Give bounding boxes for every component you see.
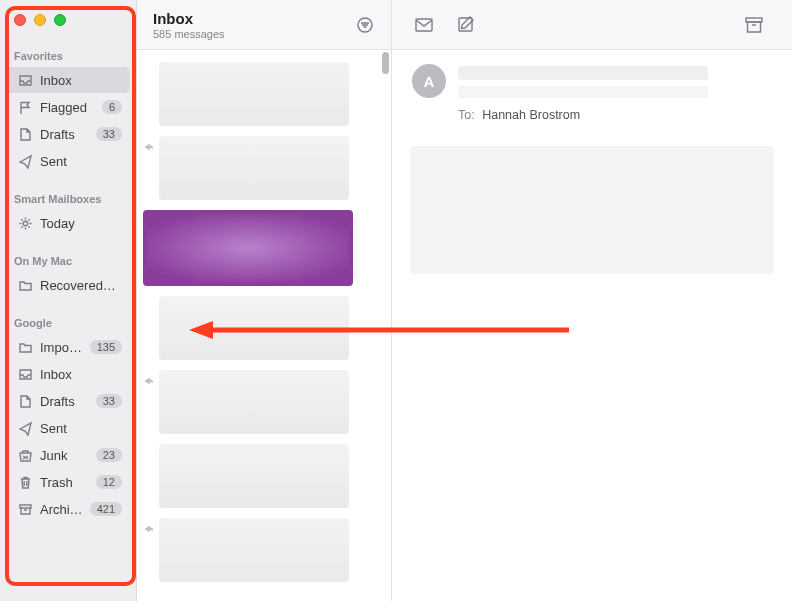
to-line: To: Hannah Brostrom [458, 108, 772, 122]
sidebar-item-sent[interactable]: Sent [6, 148, 130, 174]
sidebar-section-header: Favorites [0, 26, 136, 66]
archive-icon [16, 502, 34, 517]
envelope-icon [414, 15, 434, 35]
sidebar-item-inbox[interactable]: Inbox [6, 361, 130, 387]
count-badge: 12 [96, 475, 122, 489]
sidebar-item-drafts[interactable]: Drafts33 [6, 121, 130, 147]
sidebar-item-archi[interactable]: Archi…421 [6, 496, 130, 522]
sidebar-item-impo[interactable]: Impo…135 [6, 334, 130, 360]
sidebar-section-header: Smart Mailboxes [0, 175, 136, 209]
reading-pane: A To: Hannah Brostrom [392, 0, 792, 601]
sidebar-item-label: Today [40, 216, 122, 231]
sidebar-item-label: Sent [40, 421, 122, 436]
message-item[interactable] [159, 370, 349, 434]
compose-button[interactable] [448, 10, 484, 40]
count-badge: 23 [96, 448, 122, 462]
plane-icon [16, 421, 34, 436]
sidebar-item-label: Trash [40, 475, 96, 490]
to-value: Hannah Brostrom [482, 108, 580, 122]
sidebar-item-label: Inbox [40, 367, 122, 382]
close-window-button[interactable] [14, 14, 26, 26]
sidebar-item-label: Sent [40, 154, 122, 169]
sidebar-item-label: Drafts [40, 127, 96, 142]
folder-icon [16, 340, 34, 355]
sidebar-section-header: Google [0, 299, 136, 333]
replied-icon [141, 522, 155, 536]
count-badge: 135 [90, 340, 122, 354]
sidebar-item-label: Impo… [40, 340, 90, 355]
folder-icon [16, 278, 34, 293]
subject-redacted [458, 86, 708, 98]
avatar: A [412, 64, 446, 98]
window-controls [0, 0, 136, 26]
mailbox-title: Inbox [153, 10, 225, 27]
count-badge: 33 [96, 127, 122, 141]
sidebar-item-label: Archi… [40, 502, 90, 517]
count-badge: 6 [102, 100, 122, 114]
sidebar-item-flagged[interactable]: Flagged6 [6, 94, 130, 120]
message-item[interactable] [143, 210, 353, 286]
sidebar-item-label: Junk [40, 448, 96, 463]
mailbox-subtitle: 585 messages [153, 28, 225, 40]
archive-button[interactable] [736, 10, 772, 40]
message-item[interactable] [159, 444, 349, 508]
message-item[interactable] [159, 296, 349, 360]
zoom-window-button[interactable] [54, 14, 66, 26]
count-badge: 421 [90, 502, 122, 516]
tray-icon [16, 367, 34, 382]
sidebar-item-label: Recovered… [40, 278, 122, 293]
sidebar-item-trash[interactable]: Trash12 [6, 469, 130, 495]
archive-icon [744, 15, 764, 35]
filter-icon [356, 16, 374, 34]
to-label: To: [458, 108, 475, 122]
from-redacted [458, 66, 708, 80]
trash-icon [16, 475, 34, 490]
sidebar-item-junk[interactable]: Junk23 [6, 442, 130, 468]
flag-icon [16, 100, 34, 115]
message-list-pane: Inbox 585 messages [137, 0, 392, 601]
plane-icon [16, 154, 34, 169]
sidebar-item-inbox[interactable]: Inbox [6, 67, 130, 93]
sidebar: FavoritesInboxFlagged6Drafts33SentSmart … [0, 0, 137, 601]
message-body-redacted [410, 146, 774, 274]
message-header: A To: Hannah Brostrom [392, 50, 792, 132]
sidebar-item-label: Drafts [40, 394, 96, 409]
message-list-header: Inbox 585 messages [137, 0, 391, 50]
doc-icon [16, 394, 34, 409]
sidebar-item-label: Inbox [40, 73, 122, 88]
tray-icon [16, 73, 34, 88]
sidebar-section-header: On My Mac [0, 237, 136, 271]
doc-icon [16, 127, 34, 142]
reply-button[interactable] [406, 10, 442, 40]
sidebar-item-recovered[interactable]: Recovered… [6, 272, 130, 298]
sidebar-item-sent[interactable]: Sent [6, 415, 130, 441]
replied-icon [141, 140, 155, 154]
message-item[interactable] [159, 62, 349, 126]
message-list[interactable] [137, 50, 391, 601]
message-item[interactable] [159, 136, 349, 200]
compose-icon [456, 15, 476, 35]
reader-toolbar [392, 0, 792, 50]
message-item[interactable] [159, 518, 349, 582]
sidebar-item-today[interactable]: Today [6, 210, 130, 236]
gear-icon [16, 216, 34, 231]
count-badge: 33 [96, 394, 122, 408]
scrollbar-thumb[interactable] [382, 52, 389, 74]
sidebar-item-label: Flagged [40, 100, 102, 115]
filter-button[interactable] [351, 11, 379, 39]
junk-icon [16, 448, 34, 463]
replied-icon [141, 374, 155, 388]
sidebar-item-drafts[interactable]: Drafts33 [6, 388, 130, 414]
minimize-window-button[interactable] [34, 14, 46, 26]
